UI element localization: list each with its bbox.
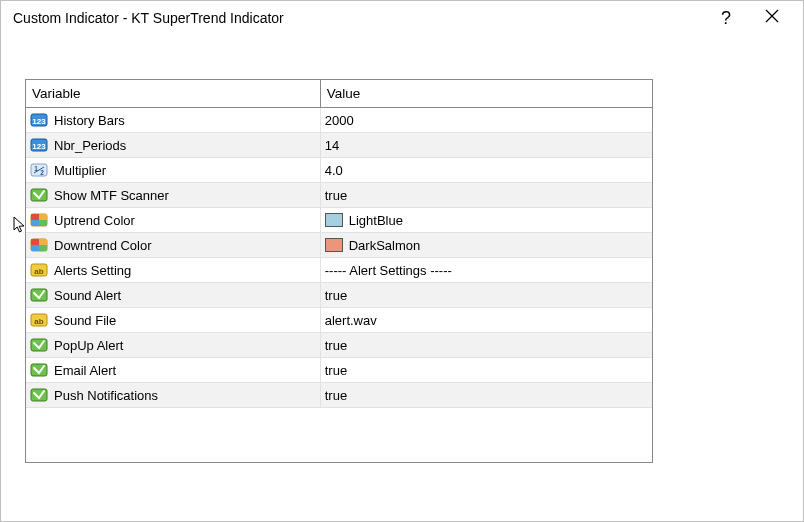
table-row[interactable]: Alerts Setting----- Alert Settings -----	[26, 258, 652, 283]
column-header-value[interactable]: Value	[320, 80, 652, 108]
fraction-icon	[30, 162, 48, 178]
table-row[interactable]: Sound Alerttrue	[26, 283, 652, 308]
table-row[interactable]: History Bars2000	[26, 108, 652, 133]
bool-icon	[30, 387, 48, 403]
column-header-variable[interactable]: Variable	[26, 80, 320, 108]
parameters-table: Variable Value History Bars2000Nbr_Perio…	[26, 80, 652, 408]
bool-icon	[30, 337, 48, 353]
value-text[interactable]: DarkSalmon	[349, 238, 421, 253]
help-button[interactable]: ?	[703, 1, 749, 35]
table-row[interactable]: Uptrend ColorLightBlue	[26, 208, 652, 233]
table-row[interactable]: Email Alerttrue	[26, 358, 652, 383]
bool-icon	[30, 287, 48, 303]
parameters-table-container: Variable Value History Bars2000Nbr_Perio…	[25, 79, 653, 463]
color-icon	[30, 237, 48, 253]
value-text[interactable]: ----- Alert Settings -----	[325, 263, 452, 278]
variable-label: Show MTF Scanner	[54, 188, 169, 203]
variable-label: Uptrend Color	[54, 213, 135, 228]
value-text[interactable]: true	[325, 338, 347, 353]
color-swatch	[325, 213, 343, 227]
value-text[interactable]: true	[325, 363, 347, 378]
table-row[interactable]: Nbr_Periods14	[26, 133, 652, 158]
window-title: Custom Indicator - KT SuperTrend Indicat…	[13, 10, 703, 26]
variable-label: Email Alert	[54, 363, 116, 378]
table-row[interactable]: Multiplier4.0	[26, 158, 652, 183]
value-text[interactable]: LightBlue	[349, 213, 403, 228]
titlebar: Custom Indicator - KT SuperTrend Indicat…	[1, 1, 803, 35]
variable-label: Alerts Setting	[54, 263, 131, 278]
value-text[interactable]: true	[325, 388, 347, 403]
number-icon	[30, 112, 48, 128]
string-icon	[30, 312, 48, 328]
value-text[interactable]: true	[325, 188, 347, 203]
color-swatch	[325, 238, 343, 252]
value-text[interactable]: 14	[325, 138, 339, 153]
number-icon	[30, 137, 48, 153]
variable-label: History Bars	[54, 113, 125, 128]
value-text[interactable]: true	[325, 288, 347, 303]
table-row[interactable]: Sound Filealert.wav	[26, 308, 652, 333]
variable-label: Sound Alert	[54, 288, 121, 303]
close-icon	[765, 9, 779, 27]
variable-label: Sound File	[54, 313, 116, 328]
string-icon	[30, 262, 48, 278]
value-text[interactable]: 4.0	[325, 163, 343, 178]
table-row[interactable]: Show MTF Scannertrue	[26, 183, 652, 208]
value-text[interactable]: 2000	[325, 113, 354, 128]
color-icon	[30, 212, 48, 228]
close-button[interactable]	[749, 1, 795, 35]
bool-icon	[30, 187, 48, 203]
bool-icon	[30, 362, 48, 378]
variable-label: Push Notifications	[54, 388, 158, 403]
value-text[interactable]: alert.wav	[325, 313, 377, 328]
table-row[interactable]: PopUp Alerttrue	[26, 333, 652, 358]
help-icon: ?	[721, 8, 731, 29]
table-row[interactable]: Push Notificationstrue	[26, 383, 652, 408]
variable-label: PopUp Alert	[54, 338, 123, 353]
variable-label: Nbr_Periods	[54, 138, 126, 153]
variable-label: Multiplier	[54, 163, 106, 178]
variable-label: Downtrend Color	[54, 238, 152, 253]
table-row[interactable]: Downtrend ColorDarkSalmon	[26, 233, 652, 258]
